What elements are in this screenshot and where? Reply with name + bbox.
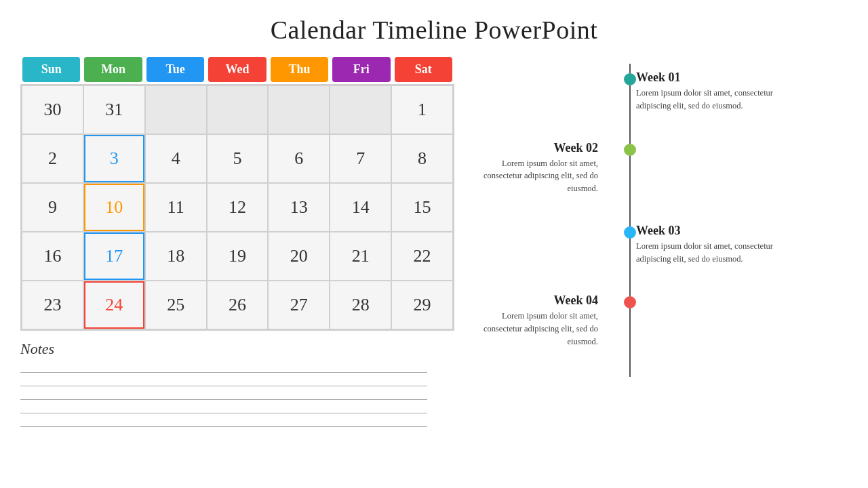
cal-day-28[interactable]: 28 bbox=[330, 281, 391, 329]
notes-line bbox=[20, 378, 427, 386]
day-header-tue: Tue bbox=[146, 57, 204, 82]
notes-lines bbox=[20, 365, 454, 427]
calendar: SunMonTueWedThuFriSat 303112345678910111… bbox=[20, 57, 454, 331]
timeline-item-3: Week 03Lorem ipsum dolor sit amet, conse… bbox=[481, 224, 848, 266]
cal-day-10[interactable]: 10 bbox=[84, 184, 144, 231]
day-header-wed: Wed bbox=[208, 57, 266, 82]
cal-day-20[interactable]: 20 bbox=[269, 232, 329, 280]
cal-day-empty[interactable] bbox=[146, 86, 206, 134]
cal-day-2[interactable]: 2 bbox=[22, 135, 83, 182]
notes-line bbox=[20, 405, 427, 413]
cal-day-16[interactable]: 16 bbox=[22, 232, 83, 280]
notes-line bbox=[20, 365, 427, 373]
cal-day-12[interactable]: 12 bbox=[208, 184, 268, 231]
cal-day-29[interactable]: 29 bbox=[392, 281, 452, 329]
cal-day-empty[interactable] bbox=[330, 86, 391, 134]
week-title-4: Week 04 bbox=[481, 293, 598, 308]
cal-day-3[interactable]: 3 bbox=[84, 135, 144, 182]
timeline-dot-4 bbox=[624, 296, 636, 308]
page-title: Calendar Timeline PowerPoint bbox=[0, 0, 868, 57]
cal-day-empty[interactable] bbox=[208, 86, 268, 134]
cal-day-empty[interactable] bbox=[269, 86, 329, 134]
cal-day-18[interactable]: 18 bbox=[146, 232, 206, 280]
notes-label: Notes bbox=[20, 340, 454, 358]
day-header-mon: Mon bbox=[84, 57, 142, 82]
cal-day-15[interactable]: 15 bbox=[392, 184, 452, 231]
timeline-dot-3 bbox=[624, 226, 636, 239]
timeline-dot-2 bbox=[624, 144, 636, 156]
timeline-item-2: Week 02Lorem ipsum dolor sit amet, conse… bbox=[481, 141, 848, 195]
cal-day-13[interactable]: 13 bbox=[269, 184, 329, 231]
cal-day-26[interactable]: 26 bbox=[208, 281, 268, 329]
timeline-right-3: Week 03Lorem ipsum dolor sit amet, conse… bbox=[617, 224, 793, 266]
cal-day-1[interactable]: 1 bbox=[392, 86, 452, 134]
timeline-left-4: Week 04Lorem ipsum dolor sit amet, conse… bbox=[481, 293, 617, 348]
cal-day-6[interactable]: 6 bbox=[269, 135, 329, 182]
cal-day-23[interactable]: 23 bbox=[22, 281, 83, 329]
calendar-grid: 3031123456789101112131415161718192021222… bbox=[20, 84, 454, 331]
cal-day-21[interactable]: 21 bbox=[330, 232, 391, 280]
day-header-fri: Fri bbox=[332, 57, 390, 82]
day-header-thu: Thu bbox=[271, 57, 328, 82]
cal-day-31[interactable]: 31 bbox=[84, 86, 144, 134]
cal-day-8[interactable]: 8 bbox=[392, 135, 452, 182]
cal-day-9[interactable]: 9 bbox=[22, 184, 83, 231]
cal-day-5[interactable]: 5 bbox=[208, 135, 268, 182]
notes-section: Notes bbox=[20, 340, 454, 427]
week-desc-1: Lorem ipsum dolor sit amet, consectetur … bbox=[636, 87, 793, 113]
timeline-section: Week 01Lorem ipsum dolor sit amet, conse… bbox=[468, 57, 848, 481]
week-desc-3: Lorem ipsum dolor sit amet, consectetur … bbox=[636, 240, 793, 266]
day-header-sun: Sun bbox=[22, 57, 80, 82]
week-desc-2: Lorem ipsum dolor sit amet, consectetur … bbox=[481, 157, 598, 195]
timeline-item-4: Week 04Lorem ipsum dolor sit amet, conse… bbox=[481, 293, 848, 348]
cal-day-22[interactable]: 22 bbox=[392, 232, 452, 280]
cal-day-24[interactable]: 24 bbox=[84, 281, 144, 329]
week-title-2: Week 02 bbox=[481, 141, 598, 155]
week-title-3: Week 03 bbox=[636, 224, 793, 238]
week-desc-4: Lorem ipsum dolor sit amet, consectetur … bbox=[481, 310, 598, 348]
notes-line bbox=[20, 419, 427, 427]
day-headers: SunMonTueWedThuFriSat bbox=[20, 57, 454, 82]
cal-day-19[interactable]: 19 bbox=[208, 232, 268, 280]
notes-line bbox=[20, 392, 427, 400]
day-header-sat: Sat bbox=[395, 57, 452, 82]
cal-day-17[interactable]: 17 bbox=[84, 232, 144, 280]
cal-day-25[interactable]: 25 bbox=[146, 281, 206, 329]
timeline-item-1: Week 01Lorem ipsum dolor sit amet, conse… bbox=[481, 70, 848, 113]
cal-day-30[interactable]: 30 bbox=[22, 86, 83, 134]
cal-day-11[interactable]: 11 bbox=[146, 184, 206, 231]
timeline-dot-1 bbox=[624, 73, 636, 85]
cal-day-27[interactable]: 27 bbox=[269, 281, 329, 329]
timeline-left-2: Week 02Lorem ipsum dolor sit amet, conse… bbox=[481, 141, 617, 195]
week-title-1: Week 01 bbox=[636, 70, 793, 85]
cal-day-14[interactable]: 14 bbox=[330, 184, 391, 231]
timeline-right-1: Week 01Lorem ipsum dolor sit amet, conse… bbox=[617, 70, 793, 113]
cal-day-7[interactable]: 7 bbox=[330, 135, 391, 182]
timeline-container: Week 01Lorem ipsum dolor sit amet, conse… bbox=[481, 64, 848, 377]
cal-day-4[interactable]: 4 bbox=[146, 135, 206, 182]
